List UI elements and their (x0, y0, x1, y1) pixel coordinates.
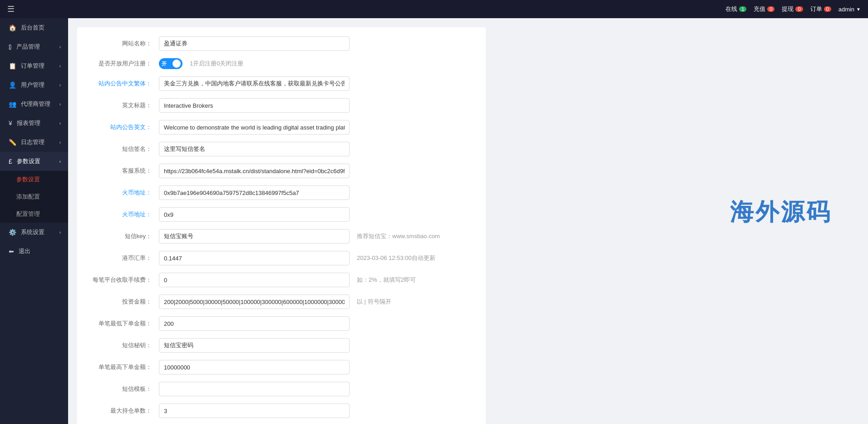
label-notice-en: 站内公告英文： (86, 123, 159, 131)
admin-label: admin (838, 6, 854, 13)
sidebar-item-dashboard[interactable]: 🏠 后台首页 (0, 18, 68, 37)
label-min-order: 单笔最低下单金额： (86, 319, 159, 328)
form-row-sms-secret: 短信秘钥： (86, 338, 477, 353)
label-sms-key: 短信key： (86, 232, 159, 240)
input-cs[interactable] (159, 164, 350, 178)
input-notice-en[interactable] (159, 120, 350, 135)
sidebar-item-logs[interactable]: ✏️ 日志管理 › (0, 133, 68, 152)
sidebar-item-agents[interactable]: 👥 代理商管理 › (0, 95, 68, 114)
sidebar-item-params[interactable]: £ 参数设置 › (0, 152, 68, 171)
chevron-right-icon4: › (59, 102, 61, 107)
form-row-sms-sign: 短信签名： (86, 142, 477, 156)
sidebar-item-reports[interactable]: ¥ 报表管理 › (0, 114, 68, 133)
sidebar-label-agents: 代理商管理 (21, 100, 50, 108)
logs-icon: ✏️ (9, 139, 16, 146)
input-invest-amount[interactable] (159, 294, 350, 309)
label-max-order: 单笔最高下单金额： (86, 363, 159, 371)
hint-hkd-rate: 2023-03-06 12:53:00自动更新 (357, 254, 435, 262)
form-row-fee: 每笔平台收取手续费： 如：2%，就填写2即可 (86, 273, 477, 287)
agents-icon: 👥 (9, 100, 16, 108)
form-row-notice-zh: 站内公告中文繁体： (86, 76, 477, 91)
chevron-down-icon: ▼ (856, 7, 861, 12)
users-icon: 👤 (9, 81, 16, 89)
form-row-sms-template: 短信模板： (86, 382, 477, 396)
withdraw-status: 提现 0 (782, 5, 803, 13)
sidebar-sub-params-settings[interactable]: 参数设置 (0, 171, 68, 188)
params-icon: £ (9, 158, 12, 165)
chevron-right-icon2: › (59, 64, 61, 69)
hint-invest-amount: 以 | 符号隔开 (357, 298, 391, 306)
chevron-right-icon8: › (59, 230, 61, 235)
hint-fee: 如：2%，就填写2即可 (357, 276, 416, 284)
topbar: ☰ 在线 1 充值 0 提现 0 订单 0 admin ▼ (0, 0, 868, 18)
recharge-status: 充值 0 (754, 5, 774, 13)
input-huobi1[interactable] (159, 185, 350, 200)
label-hkd-rate: 港币汇率： (86, 254, 159, 262)
label-sms-sign: 短信签名： (86, 145, 159, 153)
reports-icon: ¥ (9, 120, 12, 127)
toggle-register[interactable]: 开 (159, 58, 182, 69)
input-hkd-rate[interactable] (159, 251, 350, 265)
order-count: 0 (824, 6, 831, 12)
form-row-min-order: 单笔最低下单金额： (86, 316, 477, 331)
hint-register: 1开启注册0关闭注册 (190, 60, 243, 68)
admin-menu[interactable]: admin ▼ (838, 6, 861, 13)
input-en-title[interactable] (159, 98, 350, 113)
sidebar-item-orders[interactable]: 📋 订单管理 › (0, 56, 68, 75)
order-status: 订单 0 (810, 5, 831, 13)
label-register: 是否开放用户注册： (86, 60, 159, 68)
sidebar-label-logs: 日志管理 (21, 138, 44, 146)
orders-icon: 📋 (9, 62, 16, 70)
online-status: 在线 1 (725, 5, 746, 13)
input-sms-secret[interactable] (159, 338, 350, 353)
input-sms-sign[interactable] (159, 142, 350, 156)
sidebar-label-reports: 报表管理 (17, 119, 40, 127)
form-row-en-title: 英文标题： (86, 98, 477, 113)
withdraw-count: 0 (795, 6, 803, 12)
input-sms-template[interactable] (159, 382, 350, 396)
sidebar-label-params: 参数设置 (17, 157, 40, 165)
form-container: 网站名称： 是否开放用户注册： 开 1开启注册0关闭注册 站内公告中文繁体： 英… (77, 27, 486, 424)
label-notice-zh: 站内公告中文繁体： (86, 80, 159, 88)
sidebar-item-logout[interactable]: ⬅ 退出 (0, 242, 68, 261)
chevron-right-icon3: › (59, 83, 61, 88)
label-huobi2: 火币地址： (86, 210, 159, 219)
form-row-sms-key: 短信key： 推荐短信宝：www.smsbao.com (86, 229, 477, 244)
sidebar-label-system: 系统设置 (21, 228, 44, 236)
label-sms-secret: 短信秘钥： (86, 341, 159, 349)
hint-sms-key: 推荐短信宝：www.smsbao.com (357, 232, 440, 240)
sidebar-sub-params-manage[interactable]: 配置管理 (0, 205, 68, 223)
input-huobi2[interactable] (159, 207, 350, 222)
sidebar-item-users[interactable]: 👤 用户管理 › (0, 75, 68, 95)
sidebar-sub-params-add[interactable]: 添加配置 (0, 188, 68, 205)
input-max-order[interactable] (159, 360, 350, 374)
input-sms-key[interactable] (159, 229, 350, 244)
label-en-title: 英文标题： (86, 101, 159, 110)
sidebar: 🏠 后台首页 ₿ 产品管理 › 📋 订单管理 › 👤 用户管理 › 👥 代理商管… (0, 18, 68, 424)
products-icon: ₿ (9, 43, 12, 50)
input-sitename[interactable] (159, 36, 350, 51)
input-min-order[interactable] (159, 316, 350, 331)
label-sitename: 网站名称： (86, 40, 159, 48)
form-row-notice-en: 站内公告英文： (86, 120, 477, 135)
sidebar-label-users: 用户管理 (21, 81, 44, 89)
hamburger-icon[interactable]: ☰ (7, 4, 15, 14)
toggle-label: 开 (162, 60, 167, 67)
input-max-positions[interactable] (159, 404, 350, 418)
label-huobi1: 火币地址： (86, 189, 159, 197)
form-row-invest-amount: 投资金额： 以 | 符号隔开 (86, 294, 477, 309)
form-row-cs: 客服系统： (86, 164, 477, 178)
input-fee[interactable] (159, 273, 350, 287)
label-sms-template: 短信模板： (86, 385, 159, 393)
chevron-right-icon5: › (59, 121, 61, 126)
sidebar-item-products[interactable]: ₿ 产品管理 › (0, 37, 68, 56)
label-fee: 每笔平台收取手续费： (86, 276, 159, 284)
label-cs: 客服系统： (86, 167, 159, 175)
label-max-positions: 最大持仓单数： (86, 407, 159, 415)
sidebar-item-system[interactable]: ⚙️ 系统设置 › (0, 223, 68, 242)
form-row-huobi1: 火币地址： (86, 185, 477, 200)
input-notice-zh[interactable] (159, 76, 350, 91)
sidebar-label-orders: 订单管理 (21, 62, 44, 70)
system-icon: ⚙️ (9, 229, 16, 236)
online-label: 在线 (725, 5, 737, 13)
